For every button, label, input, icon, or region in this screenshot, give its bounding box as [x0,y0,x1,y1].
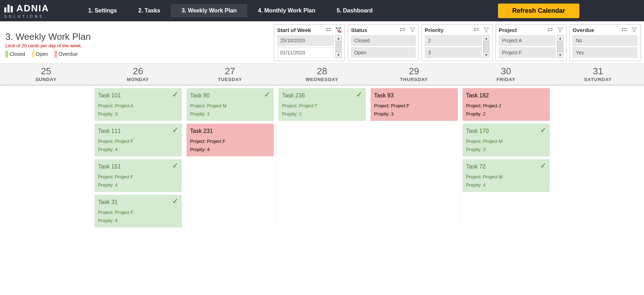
nav-monthly[interactable]: 4. Monthly Work Plan [247,4,326,17]
nav-weekly[interactable]: 3. Weekly Work Plan [171,4,247,17]
filter-status-value-2[interactable]: Open [351,47,416,58]
multi-select-icon[interactable] [473,27,480,33]
limit-note: Limit of 20 cards per day of the week. [5,43,181,48]
task-card[interactable]: ✓Task 90 Project: Project M Propity: 3 [186,88,274,121]
filter-icon[interactable] [409,27,416,33]
task-card[interactable]: Task 182 Project: Project J Propity: 2 [462,88,550,121]
day-number: 30 [460,66,552,77]
spinner-down-button[interactable]: ▼ [335,52,342,58]
filter-project-title: Project [499,27,517,33]
spinner-track[interactable] [335,41,342,52]
filter-project: Project Project A Project F ▲ ▼ [496,24,567,61]
filter-priority-value-1[interactable]: 2 [425,35,482,46]
task-card[interactable]: ✓Task 111 Project: Project F Propity: 4 [94,124,182,156]
day-header: 28 WEDNESDAY [276,64,368,85]
multi-select-icon[interactable] [325,27,332,33]
project-spinner: ▲ ▼ [557,35,563,58]
day-column [552,85,644,230]
filter-priority: Priority 2 3 ▲ ▼ [422,24,493,61]
day-column: Task 182 Project: Project J Propity: 2 ✓… [460,85,552,230]
filter-overdue-title: Overdue [573,27,594,33]
filter-start-value-1[interactable]: 25/10/2020 [277,35,334,46]
clear-filter-icon[interactable] [335,27,342,33]
multi-select-icon[interactable] [399,27,406,33]
task-title: Task 170 [466,128,546,134]
filter-status: Status Closed Open [348,24,419,61]
check-icon: ✓ [172,161,178,170]
day-column: ✓Task 101 Project: Project A Propity: 3 … [92,85,184,230]
filter-status-value-1[interactable]: Closed [351,35,416,46]
priority-spinner: ▲ ▼ [483,35,489,58]
task-priority: Propity: 2 [282,111,362,117]
task-card[interactable]: ✓Task 236 Project: Project T Propity: 2 [278,88,366,121]
title-block: 3. Weekly Work Plan Limit of 20 cards pe… [4,24,181,58]
spinner-up-button[interactable]: ▲ [483,35,489,41]
task-priority: Propity: 4 [190,147,270,152]
filter-overdue-value-2[interactable]: Yes [573,47,637,58]
filter-icon[interactable] [631,27,637,33]
task-card[interactable]: ✓Task 151 Project: Project F Propity: 4 [94,159,182,192]
spinner-down-button[interactable]: ▼ [557,52,563,58]
nav-tasks[interactable]: 2. Tasks [128,4,171,17]
task-card[interactable]: Task 231 Project: Project F Propity: 4 [186,124,274,156]
spinner-track[interactable] [557,41,563,52]
check-icon: ✓ [540,126,546,134]
check-icon: ✓ [540,161,546,170]
task-priority: Propity: 2 [466,111,546,117]
nav-settings[interactable]: 1. Settings [77,4,128,17]
task-title: Task 231 [190,128,270,134]
page-title: 3. Weekly Work Plan [5,31,181,42]
day-number: 25 [0,66,92,77]
legend: Closed Open Overdue [5,50,181,58]
task-card[interactable]: ✓Task 170 Project: Project M Propity: 3 [462,124,550,156]
refresh-calendar-button[interactable]: Refresh Calendar [498,4,579,18]
legend-closed-label: Closed [10,51,25,57]
filter-overdue-value-1[interactable]: No [573,35,637,46]
task-card[interactable]: ✓Task 72 Project: Project M Propity: 4 [462,159,550,192]
multi-select-icon[interactable] [621,27,627,33]
multi-select-icon[interactable] [547,27,553,33]
brand-name: ADNIA [16,3,49,14]
filter-icon[interactable] [557,27,563,33]
task-card[interactable]: ✓Task 101 Project: Project A Propity: 3 [94,88,182,121]
day-name: SATURDAY [552,77,644,82]
filter-icon[interactable] [483,27,489,33]
spinner-up-button[interactable]: ▲ [335,35,342,41]
legend-open-swatch [32,50,34,58]
day-number: 28 [276,66,368,77]
task-card[interactable]: Task 93 Project: Project F Propity: 3 [370,88,458,121]
filter-start-value-2[interactable]: 01/11/2020 [277,47,334,58]
check-icon: ✓ [172,126,178,134]
spinner-down-button[interactable]: ▼ [483,52,489,58]
day-header: 29 THURSDAY [368,64,460,85]
day-number: 27 [184,66,276,77]
spinner-up-button[interactable]: ▲ [557,35,563,41]
spinner-track[interactable] [483,41,489,52]
day-header: 27 TUESDAY [184,64,276,85]
topbar: ADNIA SOLUTIONS 1. Settings 2. Tasks 3. … [0,0,644,21]
task-priority: Propity: 3 [98,111,178,117]
task-project: Project: Project A [98,103,178,108]
task-priority: Propity: 4 [466,182,546,188]
filter-project-value-2[interactable]: Project F [499,47,556,58]
task-card[interactable]: ✓Task 31 Project: Project F Propity: 4 [94,195,182,227]
filter-priority-value-2[interactable]: 3 [425,47,482,58]
day-column: ✓Task 90 Project: Project M Propity: 3 T… [184,85,276,230]
day-column: Task 93 Project: Project F Propity: 3 [368,85,460,230]
calendar-body: ✓Task 101 Project: Project A Propity: 3 … [0,85,644,230]
day-number: 29 [368,66,460,77]
filter-project-value-1[interactable]: Project A [499,35,556,46]
task-project: Project: Project F [98,210,178,215]
check-icon: ✓ [172,90,178,99]
day-name: WEDNESDAY [276,77,368,82]
filter-priority-title: Priority [425,27,444,33]
task-priority: Propity: 3 [466,147,546,152]
nav-dashboard[interactable]: 5. Dashboard [326,4,383,17]
task-project: Project: Project F [98,139,178,144]
task-project: Project: Project M [466,174,546,179]
task-priority: Propity: 4 [98,218,178,223]
day-name: TUESDAY [184,77,276,82]
day-column: ✓Task 236 Project: Project T Propity: 2 [276,85,368,230]
day-header: 25 SUNDAY [0,64,92,85]
task-project: Project: Project J [466,103,546,108]
